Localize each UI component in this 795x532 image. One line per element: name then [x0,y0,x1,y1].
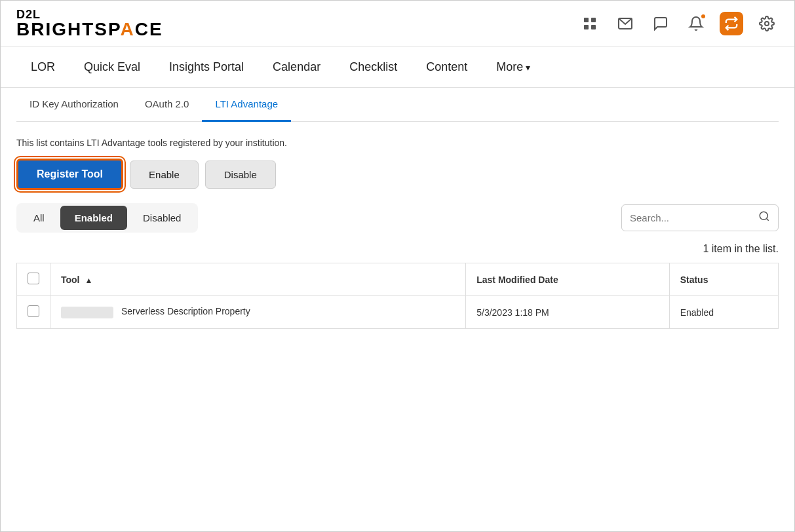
svg-rect-1 [591,18,596,22]
tabs-row: ID Key Authorization OAuth 2.0 LTI Advan… [16,88,779,122]
search-icon[interactable] [758,210,770,225]
table-header-checkbox [17,263,50,296]
tab-lti-advantage[interactable]: LTI Advantage [202,88,291,122]
nav-bar: LOR Quick Eval Insights Portal Calendar … [1,47,794,88]
svg-line-7 [766,218,768,220]
app-header: D2L BRIGHTSPACE [1,1,794,47]
tools-table: Tool ▲ Last Modified Date Status Serverl… [16,263,779,329]
logo-brightspace: BRIGHTSPACE [16,20,163,39]
filter-tab-disabled[interactable]: Disabled [128,206,195,230]
nav-item-calendar[interactable]: Calendar [258,47,335,87]
table-header-tool[interactable]: Tool ▲ [50,263,466,296]
filter-tabs: All Enabled Disabled [16,203,198,233]
status-cell: Enabled [669,296,778,329]
table-row: Serverless Description Property 5/3/2023… [17,296,779,329]
svg-point-5 [765,22,769,26]
disable-button[interactable]: Disable [205,161,276,189]
row-checkbox-cell [17,296,50,329]
header-icons [578,12,779,35]
select-all-checkbox[interactable] [28,273,39,284]
sort-asc-icon: ▲ [85,276,92,285]
tab-id-key[interactable]: ID Key Authorization [16,88,132,122]
settings-icon[interactable] [755,12,779,35]
notification-dot [700,13,707,20]
tab-oauth[interactable]: OAuth 2.0 [132,88,203,122]
mail-icon[interactable] [613,12,637,35]
register-tool-button[interactable]: Register Tool [16,159,123,190]
tool-name-cell: Serverless Description Property [50,296,466,329]
filter-search-row: All Enabled Disabled [16,203,779,233]
description-text: This list contains LTI Advantage tools r… [16,138,779,148]
action-buttons-row: Register Tool Enable Disable [16,159,779,190]
search-input[interactable] [630,212,758,223]
svg-point-6 [760,212,767,219]
bell-icon[interactable] [684,12,708,35]
table-header-row: Tool ▲ Last Modified Date Status [17,263,779,296]
nav-item-quickeval[interactable]: Quick Eval [69,47,155,87]
content-area: ID Key Authorization OAuth 2.0 LTI Advan… [1,88,794,345]
table-header-status: Status [669,263,778,296]
chat-icon[interactable] [649,12,672,35]
grid-icon[interactable] [578,12,602,35]
svg-rect-3 [591,25,596,29]
svg-rect-2 [584,25,589,29]
filter-tab-enabled[interactable]: Enabled [60,206,127,230]
nav-item-checklist[interactable]: Checklist [335,47,412,87]
filter-tab-all[interactable]: All [19,206,59,230]
item-count: 1 item in the list. [16,243,779,255]
nav-item-more[interactable]: More ▾ [482,47,545,87]
chevron-down-icon: ▾ [526,62,530,73]
logo: D2L BRIGHTSPACE [16,9,163,39]
swap-icon[interactable] [720,12,743,35]
svg-rect-0 [584,18,589,22]
nav-item-lor[interactable]: LOR [16,47,69,87]
last-modified-cell: 5/3/2023 1:18 PM [466,296,669,329]
search-box [621,204,779,231]
nav-item-content[interactable]: Content [412,47,482,87]
row-checkbox[interactable] [28,305,39,317]
enable-button[interactable]: Enable [130,161,199,189]
tool-icon [61,307,113,318]
table-header-last-modified: Last Modified Date [466,263,669,296]
nav-item-insights[interactable]: Insights Portal [155,47,258,87]
